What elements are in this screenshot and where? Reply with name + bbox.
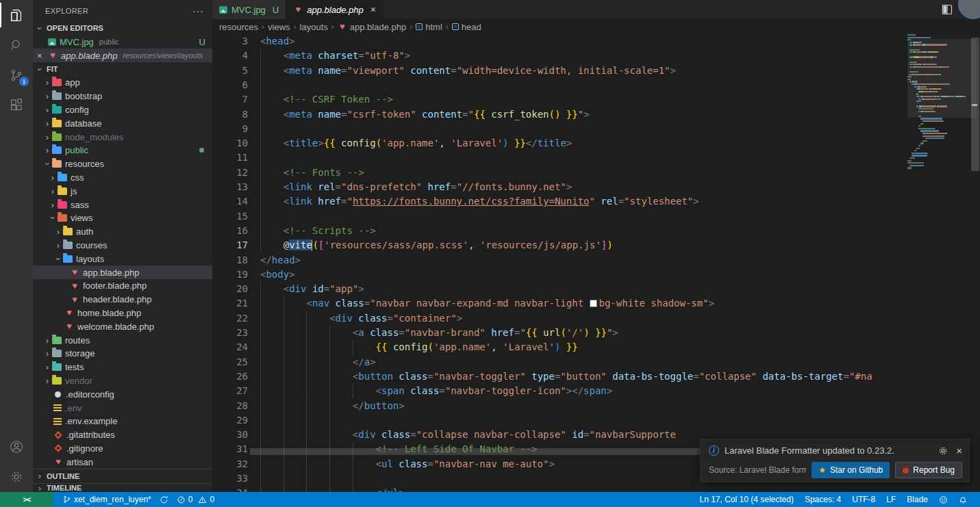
folder-icon xyxy=(52,120,62,127)
tree-item-app.blade.php[interactable]: ♥app.blade.php xyxy=(33,265,212,279)
tree-item-.gitattributes[interactable]: .gitattributes xyxy=(33,428,212,442)
encoding-item[interactable]: UTF-8 xyxy=(846,492,881,507)
close-icon[interactable]: × xyxy=(370,4,376,15)
account-icon[interactable] xyxy=(0,432,33,462)
open-editor-item-MVC.jpg[interactable]: MVC.jpgpublicU xyxy=(33,35,212,49)
tree-item-welcome.blade.php[interactable]: ♥welcome.blade.php xyxy=(33,320,212,333)
remote-indicator[interactable]: >< xyxy=(0,492,53,507)
sync-icon[interactable] xyxy=(155,492,173,507)
breadcrumb-app.blade.php[interactable]: ♥app.blade.php xyxy=(338,22,406,32)
open-editors-label: OPEN EDITORS xyxy=(47,24,103,32)
tree-item-routes[interactable]: ›routes xyxy=(33,333,212,347)
breadcrumb-resources[interactable]: resources xyxy=(219,22,258,32)
vertical-scrollbar[interactable] xyxy=(970,34,980,492)
line-number: 24 xyxy=(212,340,248,354)
chevron-down-icon: › xyxy=(35,64,45,74)
code-line-7: 7 <!-- CSRF Token --> xyxy=(212,92,980,107)
notification-close-icon[interactable]: × xyxy=(956,445,962,456)
tree-item-footer.blade.php[interactable]: ♥footer.blade.php xyxy=(33,279,212,293)
tree-item-resources[interactable]: ›resources xyxy=(33,157,212,171)
settings-gear-icon[interactable] xyxy=(0,462,33,492)
search-icon[interactable] xyxy=(0,30,33,60)
tree-item-layouts[interactable]: ›layouts xyxy=(33,252,212,265)
tree-item-artisan[interactable]: ♥artisan xyxy=(33,455,212,469)
tab-MVC.jpg[interactable]: MVC.jpgU xyxy=(212,0,286,19)
line-number: 4 xyxy=(212,49,248,63)
feedback-smiley-icon[interactable] xyxy=(933,492,953,507)
line-number: 32 xyxy=(212,457,248,471)
tree-item-.env.example[interactable]: .env.example xyxy=(33,415,212,428)
tree-item-node_modules[interactable]: ›node_modules xyxy=(33,130,212,144)
tree-item-home.blade.php[interactable]: ♥home.blade.php xyxy=(33,307,212,320)
extensions-icon[interactable] xyxy=(0,90,33,120)
line-number: 31 xyxy=(212,442,248,456)
breadcrumb-head[interactable]: head xyxy=(452,22,481,32)
chevron-right-icon: › xyxy=(35,471,45,481)
tree-item-app[interactable]: ›app xyxy=(33,76,212,90)
tree-item-config[interactable]: ›config xyxy=(33,103,212,117)
chevron-icon: › xyxy=(42,159,53,169)
minimap-slider[interactable] xyxy=(907,39,976,118)
tree-item-header.blade.php[interactable]: ♥header.blade.php xyxy=(33,293,212,307)
workspace-root-header[interactable]: › FIT xyxy=(33,62,212,76)
code-line-4: 4 <meta charset="utf-8"> xyxy=(212,49,980,63)
tree-item-.editorconfig[interactable]: .editorconfig xyxy=(33,387,212,401)
tree-item-bootstrap[interactable]: ›bootstrap xyxy=(33,90,212,103)
tab-bar: MVC.jpgU♥app.blade.php× xyxy=(212,0,980,19)
more-actions-icon[interactable]: ··· xyxy=(192,5,204,16)
indent-guide xyxy=(260,78,261,92)
language-mode-item[interactable]: Blade xyxy=(901,492,933,507)
problems-item[interactable]: 0 0 xyxy=(173,492,218,507)
indent-guide xyxy=(353,471,353,486)
breadcrumb-layouts[interactable]: layouts xyxy=(300,22,328,32)
line-number: 22 xyxy=(212,311,248,326)
folder-icon xyxy=(63,228,73,235)
indent-guide xyxy=(306,471,307,486)
code-line-13: 13 <link rel="dns-prefetch" href="//font… xyxy=(212,180,980,194)
code-line-11: 11 xyxy=(212,151,980,165)
breadcrumb-views[interactable]: views xyxy=(268,22,290,32)
open-editors-header[interactable]: › OPEN EDITORS xyxy=(33,21,212,35)
notification-settings-gear-icon[interactable] xyxy=(938,446,948,456)
tree-item-database[interactable]: ›database xyxy=(33,116,212,130)
folder-icon xyxy=(52,106,62,114)
timeline-section[interactable]: › TIMELINE xyxy=(33,483,212,492)
star-on-github-button[interactable]: ★ Star on Github xyxy=(812,462,890,478)
folder-icon xyxy=(52,160,62,168)
explorer-icon[interactable] xyxy=(0,0,33,30)
horizontal-scrollbar[interactable] xyxy=(250,448,740,455)
tree-item-auth[interactable]: ›auth xyxy=(33,225,212,239)
indent-guide xyxy=(260,122,261,136)
tree-item-.gitignore[interactable]: .gitignore xyxy=(33,442,212,456)
open-editor-item-app.blade.php[interactable]: ×♥app.blade.phpresources\views\layouts xyxy=(33,49,212,62)
git-branch-item[interactable]: xet_diem_ren_luyen* xyxy=(59,492,155,507)
outline-section[interactable]: › OUTLINE xyxy=(33,469,212,482)
line-number: 19 xyxy=(212,268,248,282)
tree-item-storage[interactable]: ›storage xyxy=(33,347,212,361)
tree-item-vendor[interactable]: ›vendor xyxy=(33,374,212,388)
tree-item-views[interactable]: ›views xyxy=(33,211,212,225)
tree-item-.env[interactable]: .env xyxy=(33,401,212,415)
tree-item-css[interactable]: ›css xyxy=(33,171,212,185)
tree-item-js[interactable]: ›js xyxy=(33,184,212,198)
line-number: 14 xyxy=(212,194,248,209)
cursor-position-item[interactable]: Ln 17, Col 10 (4 selected) xyxy=(694,492,799,507)
tree-item-public[interactable]: ›public xyxy=(33,144,212,157)
blade-file-icon: ♥ xyxy=(53,457,63,467)
report-bug-button[interactable]: Report Bug xyxy=(895,462,962,478)
code-line-5: 5 <meta name="viewport" content="width=d… xyxy=(212,64,980,78)
code-editor[interactable]: 3<head>4 <meta charset="utf-8">5 <meta n… xyxy=(212,34,980,492)
tree-item-sass[interactable]: ›sass xyxy=(33,198,212,211)
indentation-item[interactable]: Spaces: 4 xyxy=(799,492,846,507)
blade-file-icon: ♥ xyxy=(64,322,74,331)
tree-item-tests[interactable]: ›tests xyxy=(33,361,212,374)
split-editor-icon[interactable] xyxy=(942,4,953,15)
close-icon[interactable]: × xyxy=(37,51,48,61)
source-control-icon[interactable]: 1 xyxy=(0,60,33,90)
tree-item-courses[interactable]: ›courses xyxy=(33,239,212,252)
line-number: 21 xyxy=(212,296,248,311)
breadcrumb-html[interactable]: html xyxy=(416,22,442,32)
tab-app.blade.php[interactable]: ♥app.blade.php× xyxy=(286,0,384,19)
notifications-bell-icon[interactable] xyxy=(953,492,973,507)
eol-item[interactable]: LF xyxy=(881,492,901,507)
